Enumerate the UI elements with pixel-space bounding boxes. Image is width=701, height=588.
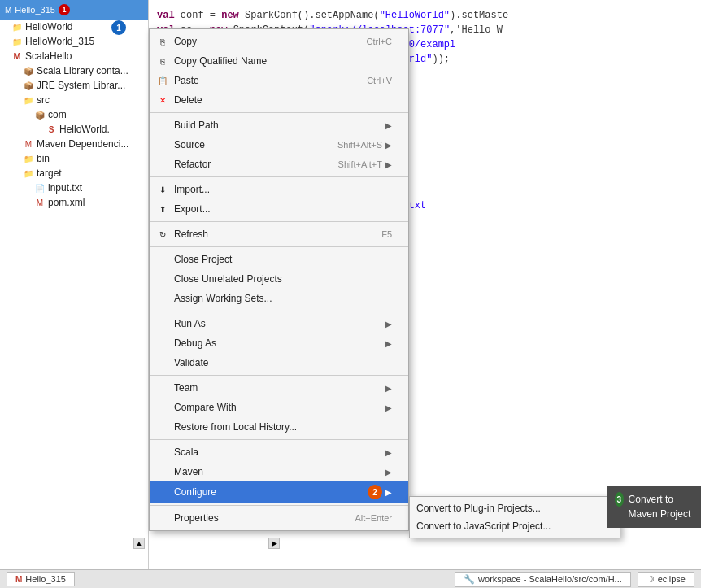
submenu-convert-plugin[interactable]: Convert to Plug-in Projects... bbox=[410, 499, 620, 517]
tree-item-pomxml[interactable]: M pom.xml bbox=[0, 195, 148, 210]
tree-item-scalalib[interactable]: 📦 Scala Library conta... bbox=[0, 63, 148, 78]
submenu-convert-javascript[interactable]: Convert to JavaScript Project... bbox=[410, 517, 620, 535]
menu-label: Close Unrelated Projects bbox=[174, 273, 282, 285]
blank-icon bbox=[156, 337, 169, 350]
arrow-icon: ▶ bbox=[385, 121, 392, 130]
maven-badge: 3 bbox=[615, 492, 624, 507]
menu-item-team[interactable]: Team ▶ bbox=[150, 378, 408, 398]
menu-item-export[interactable]: ⬆ Export... bbox=[150, 199, 408, 219]
menu-item-compare-with[interactable]: Compare With ▶ bbox=[150, 398, 408, 417]
menu-item-source[interactable]: Source Shift+Alt+S ▶ bbox=[150, 135, 408, 155]
menu-item-copy[interactable]: ⎘ Copy Ctrl+C bbox=[150, 32, 408, 51]
tree-item-helloworldscala[interactable]: S HelloWorld. bbox=[0, 122, 148, 137]
tree-item-mavendeps[interactable]: M Maven Dependenci... bbox=[0, 137, 148, 151]
package-icon: 📦 bbox=[34, 109, 46, 120]
menu-shortcut: Alt+Enter bbox=[355, 513, 392, 523]
menu-item-scala[interactable]: Scala ▶ bbox=[150, 442, 408, 462]
code-line-1: val conf = new SparkConf().setAppName("H… bbox=[157, 8, 693, 23]
status-tab-workspace[interactable]: 🔧 workspace - ScalaHello/src/com/H... bbox=[455, 572, 631, 587]
menu-item-run-as[interactable]: Run As ▶ bbox=[150, 314, 408, 333]
menu-item-close-unrelated[interactable]: Close Unrelated Projects bbox=[150, 269, 408, 289]
status-tab-project: M Hello_315 bbox=[7, 572, 75, 586]
menu-label: Configure bbox=[174, 486, 216, 498]
tree-item-bin[interactable]: 📁 bin bbox=[0, 151, 148, 166]
menu-item-debug-as[interactable]: Debug As ▶ bbox=[150, 333, 408, 353]
tree-item-com[interactable]: 📦 com bbox=[0, 107, 148, 122]
menu-item-validate[interactable]: Validate bbox=[150, 353, 408, 372]
ide-container: M Hello_315 1 📁 HelloWorld 📁 HelloWorld_… bbox=[0, 0, 701, 588]
menu-label: Copy Qualified Name bbox=[174, 55, 267, 67]
menu-label: Copy bbox=[174, 36, 197, 47]
tree-label: JRE System Librar... bbox=[37, 80, 125, 91]
menu-label: Build Path bbox=[174, 120, 219, 131]
tree-label: target bbox=[37, 168, 62, 179]
tree-item-scalahello[interactable]: M ScalaHello bbox=[0, 49, 148, 63]
arrow-icon: ▶ bbox=[385, 448, 392, 457]
import-icon: ⬇ bbox=[156, 183, 169, 196]
menu-label: Close Project bbox=[174, 254, 232, 265]
delete-icon: ✕ bbox=[156, 94, 169, 107]
menu-label: Run As bbox=[174, 318, 206, 329]
menu-item-maven[interactable]: Maven ▶ bbox=[150, 462, 408, 481]
maven-popup: 3 Convert to Maven Project bbox=[607, 486, 701, 528]
sidebar-title: Hello_315 bbox=[15, 5, 55, 15]
menu-item-properties[interactable]: Properties Alt+Enter bbox=[150, 508, 408, 528]
menu-item-build-path[interactable]: Build Path ▶ bbox=[150, 115, 408, 135]
sidebar-header: M Hello_315 1 bbox=[0, 0, 148, 20]
menu-label: Maven bbox=[174, 466, 203, 477]
menu-shortcut: Shift+Alt+S bbox=[337, 140, 382, 150]
menu-item-copy-qualified[interactable]: ⎘ Copy Qualified Name bbox=[150, 51, 408, 71]
menu-label: Paste bbox=[174, 75, 199, 86]
export-icon: ⬆ bbox=[156, 203, 169, 216]
menu-item-refresh[interactable]: ↻ Refresh F5 bbox=[150, 224, 408, 244]
workspace-icon: 🔧 bbox=[464, 574, 475, 585]
menu-item-paste[interactable]: 📋 Paste Ctrl+V bbox=[150, 71, 408, 90]
status-bar: M Hello_315 🔧 workspace - ScalaHello/src… bbox=[0, 569, 701, 588]
menu-label: Assign Working Sets... bbox=[174, 293, 272, 304]
lib-icon: 📦 bbox=[23, 65, 34, 76]
refresh-icon: ↻ bbox=[156, 228, 169, 241]
menu-item-refactor[interactable]: Refactor Shift+Alt+T ▶ bbox=[150, 155, 408, 174]
tree-item-src[interactable]: 📁 src bbox=[0, 93, 148, 107]
status-tab-eclipse[interactable]: ☽ eclipse bbox=[638, 572, 694, 587]
menu-label: Properties bbox=[174, 512, 219, 524]
menu-shortcut: Ctrl+V bbox=[367, 76, 392, 85]
tree-item-target[interactable]: 📁 target bbox=[0, 166, 148, 181]
context-menu: ⎘ Copy Ctrl+C ⎘ Copy Qualified Name 📋 Pa… bbox=[149, 28, 409, 531]
menu-label: Import... bbox=[174, 184, 210, 195]
arrow-icon: ▶ bbox=[385, 488, 392, 497]
arrow-icon: ▶ bbox=[385, 339, 392, 348]
menu-item-import[interactable]: ⬇ Import... bbox=[150, 180, 408, 199]
tree-label: bin bbox=[37, 153, 50, 164]
menu-label: Validate bbox=[174, 357, 208, 368]
tree-item-inputtxt[interactable]: 📄 input.txt bbox=[0, 181, 148, 195]
blank-icon bbox=[156, 486, 169, 499]
status-tab-label: eclipse bbox=[658, 574, 686, 584]
separator bbox=[150, 439, 408, 440]
blank-icon bbox=[156, 292, 169, 305]
separator bbox=[150, 311, 408, 311]
menu-item-restore[interactable]: Restore from Local History... bbox=[150, 417, 408, 437]
blank-icon bbox=[156, 138, 169, 151]
menu-item-assign-working[interactable]: Assign Working Sets... bbox=[150, 289, 408, 308]
separator bbox=[150, 375, 408, 376]
arrow-icon: ▶ bbox=[385, 141, 392, 150]
arrow-icon: ▶ bbox=[385, 403, 392, 412]
folder-icon: 📁 bbox=[23, 168, 34, 179]
menu-item-close-project[interactable]: Close Project bbox=[150, 250, 408, 269]
menu-label: Refresh bbox=[174, 229, 208, 240]
maven-popup-label: Convert to Maven Project bbox=[629, 492, 693, 521]
blank-icon bbox=[156, 512, 169, 525]
tree-item-helloworld315[interactable]: 📁 HelloWorld_315 bbox=[0, 34, 148, 49]
tree-label: HelloWorld_315 bbox=[25, 36, 94, 47]
folder-icon: 📁 bbox=[11, 21, 23, 33]
menu-label: Export... bbox=[174, 203, 211, 215]
menu-label: Team bbox=[174, 382, 198, 394]
scroll-up[interactable]: ▲ bbox=[133, 538, 145, 549]
scroll-right[interactable]: ▶ bbox=[268, 538, 280, 549]
menu-item-configure[interactable]: Configure 2 ▶ bbox=[150, 481, 408, 503]
tree-item-jrelib[interactable]: 📦 JRE System Librar... bbox=[0, 78, 148, 93]
copy-icon: ⎘ bbox=[156, 54, 169, 68]
step1-badge: 1 bbox=[111, 20, 126, 35]
menu-item-delete[interactable]: ✕ Delete bbox=[150, 90, 408, 110]
